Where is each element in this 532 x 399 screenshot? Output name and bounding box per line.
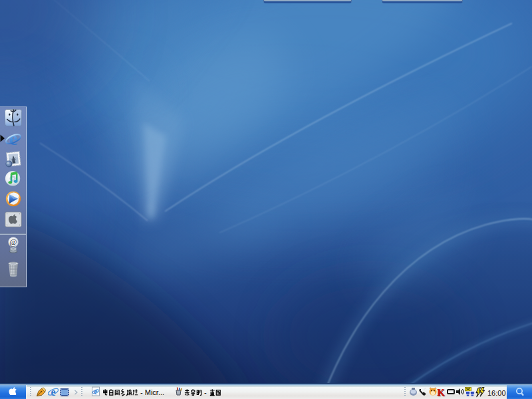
svg-text:-: - (204, 388, 207, 396)
svg-text:e: e (9, 130, 17, 148)
svg-text:e: e (94, 387, 98, 396)
svg-text:- Micr...: - Micr... (140, 388, 164, 396)
svg-text:@: @ (9, 237, 17, 247)
